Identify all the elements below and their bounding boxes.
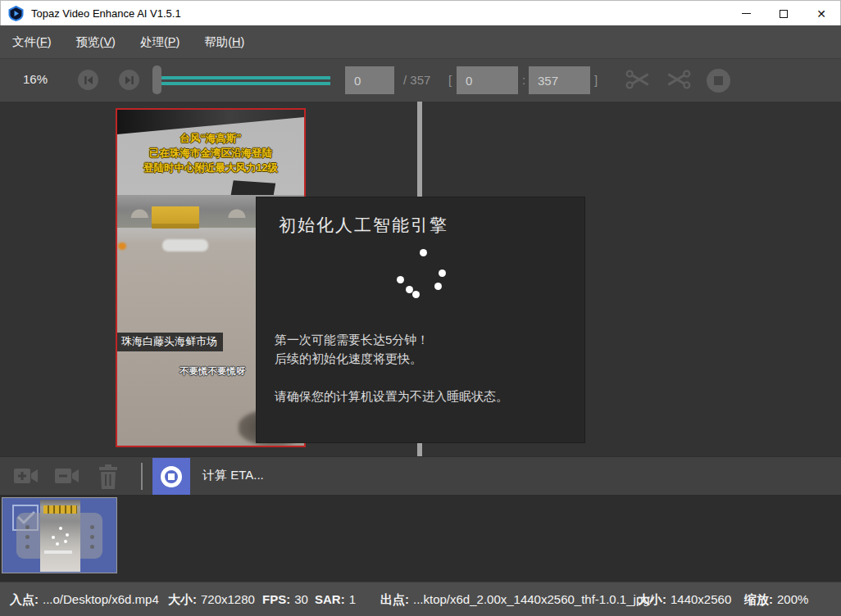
close-icon: ✕ <box>816 8 826 20</box>
video-orange-light <box>118 242 126 250</box>
skip-to-start-button[interactable] <box>78 70 98 90</box>
status-sar: SAR:1 <box>315 592 356 606</box>
app-window: Topaz Video Enhance AI V1.5.1 ✕ 文件(F) 预览… <box>0 0 841 616</box>
video-yellow-sign <box>152 206 199 229</box>
video-location-tag: 珠海白藤头海鲜市场 <box>117 333 223 351</box>
film-sprocket-left <box>25 525 30 529</box>
main-preview-area: 台风“海高斯” 已在珠海市金湾区沿海登陆 登陆时中心附近最大风力12级 珠海白藤… <box>0 102 841 456</box>
remove-video-button[interactable] <box>54 466 80 486</box>
total-frames-label: / 357 <box>403 73 430 87</box>
status-input-file: 入点:...o/Desktop/x6d.mp4 <box>10 592 159 608</box>
zoom-level: 16% <box>23 72 48 86</box>
skip-end-icon <box>125 75 134 85</box>
status-bar: 入点:...o/Desktop/x6d.mp4 大小:720x1280 FPS:… <box>0 582 841 616</box>
status-input-size: 大小:720x1280 <box>168 592 255 608</box>
add-video-button[interactable] <box>13 466 39 486</box>
maximize-icon <box>780 10 788 18</box>
timeline-slider-track[interactable] <box>161 76 330 85</box>
trim-out-scissors-icon[interactable] <box>666 70 691 89</box>
queue-item-thumbnail <box>40 500 80 572</box>
video-queue-strip <box>0 495 841 582</box>
eta-status-text: 计算 ETA... <box>202 468 264 483</box>
trim-start-input[interactable] <box>457 66 518 94</box>
menu-help[interactable]: 帮助(H) <box>204 34 244 50</box>
delete-video-button[interactable] <box>98 464 119 489</box>
video-caption-mid: 不要慌不要慌呀 <box>180 365 246 378</box>
thumb-caption-strip <box>43 505 77 514</box>
dialog-body: 第一次可能需要长达5分钟！ 后续的初始化速度将更快。 请确保您的计算机设置为不进… <box>275 330 508 405</box>
stop-preview-button[interactable] <box>707 69 730 93</box>
window-title: Topaz Video Enhance AI V1.5.1 <box>31 7 181 20</box>
init-engine-dialog: 初始化人工智能引擎 第一次可能需要长达5分钟！ 后续的初始化速度将更快。 请确保… <box>257 197 584 442</box>
menu-process[interactable]: 处理(P) <box>140 34 180 50</box>
title-bar: Topaz Video Enhance AI V1.5.1 ✕ <box>0 0 841 25</box>
process-toolbar: 计算 ETA... <box>0 456 841 495</box>
film-sprocket-right <box>90 525 94 529</box>
stop-processing-icon <box>161 466 182 487</box>
menu-bar: 文件(F) 预览(V) 处理(P) 帮助(H) <box>0 25 841 59</box>
status-fps: FPS:30 <box>262 592 308 606</box>
transport-toolbar: 16% / 357 [ : ] <box>0 59 841 102</box>
timeline-slider-handle[interactable] <box>152 66 161 94</box>
trim-end-input[interactable] <box>529 66 590 94</box>
menu-preview[interactable]: 预览(V) <box>76 34 116 50</box>
dialog-title: 初始化人工智能引擎 <box>279 214 448 237</box>
minimize-icon <box>742 13 751 15</box>
status-output-file: 出点:...ktop/x6d_2.00x_1440x2560_thf-1.0.1… <box>380 592 653 608</box>
range-bracket-close: ] <box>594 73 598 87</box>
trim-in-scissors-icon[interactable] <box>625 70 650 89</box>
toolbar-divider <box>141 463 143 490</box>
current-frame-input[interactable] <box>345 66 394 94</box>
thumb-subtitle-strip <box>44 550 72 554</box>
stop-icon <box>714 76 723 85</box>
skip-to-end-button[interactable] <box>119 70 139 90</box>
skip-start-icon <box>84 75 93 85</box>
close-button[interactable]: ✕ <box>802 1 840 26</box>
range-bracket-open: [ <box>448 73 452 87</box>
status-scale: 缩放:200% <box>744 592 808 608</box>
status-output-size: 大小:1440x2560 <box>638 592 731 608</box>
video-caption-top: 台风“海高斯” 已在珠海市金湾区沿海登陆 登陆时中心附近最大风力12级 <box>117 131 304 175</box>
minimize-button[interactable] <box>727 1 765 26</box>
maximize-button[interactable] <box>765 1 802 26</box>
video-car <box>162 239 208 251</box>
range-separator: : <box>522 73 525 87</box>
app-logo-icon <box>8 6 24 21</box>
video-queue-item-selected[interactable] <box>2 497 117 573</box>
menu-file[interactable]: 文件(F) <box>12 34 52 50</box>
stop-processing-button[interactable] <box>152 458 190 495</box>
